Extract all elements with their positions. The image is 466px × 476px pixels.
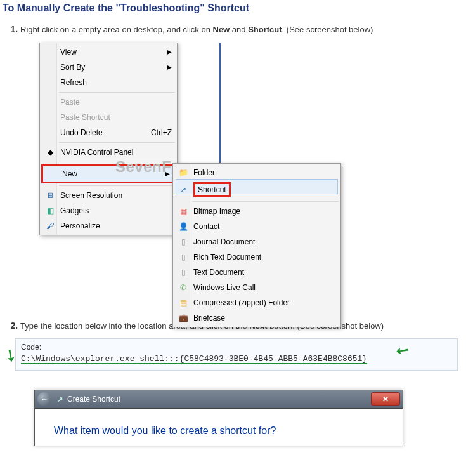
menu-item-screen-resolution[interactable]: 🖥Screen Resolution — [41, 188, 176, 203]
submenu-arrow-icon: ▶ — [165, 169, 170, 178]
menu-separator — [192, 201, 339, 202]
menu-item-paste-shortcut: Paste Shortcut — [41, 110, 176, 125]
close-button[interactable]: ✕ — [371, 392, 400, 406]
shortcut-icon: ↗ — [178, 185, 188, 195]
wizard-title: Create Shortcut — [67, 395, 120, 404]
menu-item-view[interactable]: View▶ — [41, 44, 176, 60]
submenu-item-contact[interactable]: 👤Contact — [174, 219, 339, 234]
document-icon: ▯ — [178, 267, 188, 277]
submenu-item-bitmap[interactable]: ▦Bitmap Image — [174, 204, 339, 219]
personalize-icon: 🖌 — [45, 221, 55, 231]
wizard-heading: What item would you like to create a sho… — [54, 425, 384, 437]
submenu-item-journal[interactable]: ▯Journal Document — [174, 234, 339, 249]
briefcase-icon: 💼 — [178, 313, 188, 323]
phone-icon: ✆ — [178, 282, 188, 293]
document-icon: ▯ — [178, 237, 188, 247]
image-icon: ▦ — [178, 206, 188, 216]
step1-bold2: Shortcut — [248, 25, 282, 34]
document-icon: ▯ — [178, 252, 188, 262]
create-shortcut-wizard: ← ↗ Create Shortcut ✕ What item would yo… — [34, 390, 403, 446]
menu-separator — [59, 162, 175, 162]
desktop-context-menu: View▶ Sort By▶ Refresh Paste Paste Short… — [39, 43, 178, 235]
code-box: Code: C:\Windows\explorer.exe shell:::{C… — [15, 338, 458, 371]
code-value[interactable]: C:\Windows\explorer.exe shell:::{C58C489… — [21, 354, 452, 364]
folder-icon: 📁 — [178, 168, 188, 178]
submenu-item-folder[interactable]: 📁Folder — [174, 165, 339, 180]
submenu-item-shortcut[interactable]: ↗Shortcut — [174, 180, 339, 199]
menu-item-undo[interactable]: Undo DeleteCtrl+Z — [41, 125, 176, 140]
submenu-item-briefcase[interactable]: 💼Briefcase — [174, 310, 339, 326]
menu-separator — [59, 92, 175, 93]
new-submenu: 📁Folder ↗Shortcut ▦Bitmap Image 👤Contact… — [172, 163, 341, 327]
wizard-titlebar: ← ↗ Create Shortcut ✕ — [35, 390, 403, 409]
contact-icon: 👤 — [178, 221, 188, 232]
menu-separator — [59, 185, 175, 186]
submenu-item-rtf[interactable]: ▯Rich Text Document — [174, 249, 339, 265]
shortcut-label: Ctrl+Z — [151, 127, 172, 138]
menu-item-nvidia[interactable]: ◆NVIDIA Control Panel — [41, 145, 176, 160]
code-label: Code: — [21, 343, 452, 352]
section-heading: To Manually Create the "Troubleshooting"… — [3, 3, 466, 14]
menu-separator — [59, 142, 175, 143]
step1-text: Right click on a empty area on desktop, … — [20, 25, 213, 34]
submenu-arrow-icon: ▶ — [167, 62, 172, 72]
monitor-icon: 🖥 — [45, 190, 55, 201]
menu-item-personalize[interactable]: 🖌Personalize — [41, 218, 176, 234]
submenu-arrow-icon: ▶ — [167, 47, 172, 56]
menu-item-paste: Paste — [41, 95, 176, 110]
context-menu-screenshot: View▶ Sort By▶ Refresh Paste Paste Short… — [39, 43, 356, 315]
submenu-item-txt[interactable]: ▯Text Document — [174, 265, 339, 280]
submenu-item-wlc[interactable]: ✆Windows Live Call — [174, 280, 339, 295]
menu-item-gadgets[interactable]: ◧Gadgets — [41, 203, 176, 218]
step-1: Right click on a empty area on desktop, … — [20, 23, 466, 315]
submenu-item-zip[interactable]: ▤Compressed (zipped) Folder — [174, 295, 339, 310]
menu-item-new[interactable]: New▶ — [41, 164, 176, 183]
zip-icon: ▤ — [178, 298, 188, 308]
shortcut-icon: ↗ — [56, 395, 63, 404]
menu-item-refresh[interactable]: Refresh — [41, 75, 176, 90]
back-button[interactable]: ← — [37, 392, 51, 406]
menu-item-sortby[interactable]: Sort By▶ — [41, 60, 176, 75]
gadgets-icon: ◧ — [45, 206, 55, 216]
step1-bold1: New — [213, 25, 230, 34]
nvidia-icon: ◆ — [45, 147, 55, 157]
